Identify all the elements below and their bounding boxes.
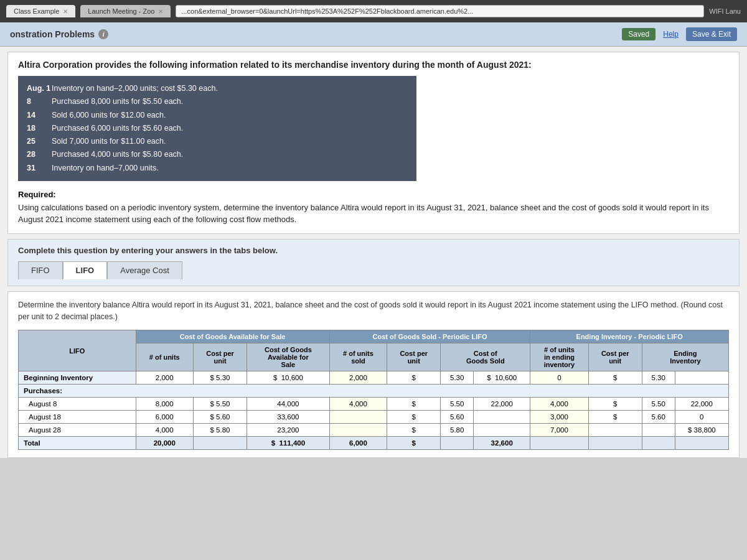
browser-tab-2[interactable]: Launch Meeting - Zoo ✕ (80, 5, 171, 17)
s3-dollar-aug28 (588, 424, 642, 437)
inv-date-5: 28 (27, 148, 52, 161)
browser-action-buttons: WIFI Lanu (709, 7, 741, 15)
s2-units-aug28[interactable] (329, 424, 387, 437)
s3-col-total: EndingInventory (642, 343, 728, 371)
row-label-total: Total (19, 437, 136, 450)
inv-date-3: 18 (27, 122, 52, 135)
table-row-beginning: Beginning Inventory 2,000 $ 5.30 $ 10,60… (19, 371, 729, 385)
s1-cost-total (193, 437, 247, 450)
inv-desc-4: Sold 7,000 units for $11.00 each. (52, 135, 408, 148)
url-bar[interactable]: ...con&external_browser=0&launchUrl=http… (176, 5, 704, 17)
table-row-aug8: August 8 8,000 $ 5.50 44,000 4,000 $ 5.5… (19, 398, 729, 411)
tabs-instruction: Complete this question by entering your … (18, 246, 729, 255)
s2-total-aug18 (474, 411, 530, 424)
inv-date-6: 31 (27, 162, 52, 175)
s3-units-beginning[interactable]: 0 (530, 371, 588, 385)
header-right: Saved Help Save & Exit (622, 27, 737, 41)
s2-dollar-beginning: $ (387, 371, 441, 385)
s1-cost-beginning: $ 5.30 (193, 371, 247, 385)
save-exit-button[interactable]: Save & Exit (686, 27, 737, 41)
s2-total-aug28 (474, 424, 530, 437)
purchases-label: Purchases: (19, 385, 729, 398)
s3-total-total (675, 437, 728, 450)
row-label-aug18: August 18 (19, 411, 136, 424)
s3-cost-aug18: 5.60 (642, 411, 675, 424)
section1-header: Cost of Goods Available for Sale (136, 330, 329, 343)
s3-units-aug28[interactable]: 7,000 (530, 424, 588, 437)
s3-col-cost: Cost perunit (588, 343, 642, 371)
required-text: Using calculations based on a periodic i… (18, 202, 729, 226)
s3-units-aug18[interactable]: 3,000 (530, 411, 588, 424)
s1-units-beginning: 2,000 (136, 371, 193, 385)
s1-total-aug8: 44,000 (247, 398, 330, 411)
lifo-col-header: LIFO (19, 330, 136, 371)
s2-units-aug18[interactable] (329, 411, 387, 424)
s1-total-beginning: $ 10,600 (247, 371, 330, 385)
inv-row-4: 25 Sold 7,000 units for $11.00 each. (27, 135, 408, 148)
s3-dollar-aug18: $ (588, 411, 642, 424)
s2-cost-beginning: 5.30 (441, 371, 474, 385)
lifo-table: LIFO Cost of Goods Available for Sale Co… (18, 330, 729, 450)
tab2-close[interactable]: ✕ (158, 8, 163, 15)
table-row-aug28: August 28 4,000 $ 5.80 23,200 $ 5.80 7,0… (19, 424, 729, 437)
help-link[interactable]: Help (663, 30, 679, 39)
inv-date-4: 25 (27, 135, 52, 148)
s1-total-aug18: 33,600 (247, 411, 330, 424)
inventory-table: Aug. 1 Inventory on hand–2,000 units; co… (18, 76, 416, 181)
s3-units-total (530, 437, 588, 450)
s3-total-aug18: 0 (675, 411, 728, 424)
s2-dollar-total: $ (387, 437, 441, 450)
tab-average-cost[interactable]: Average Cost (107, 261, 182, 279)
page-header-left: onstration Problems i (10, 29, 108, 39)
s1-units-aug28: 4,000 (136, 424, 193, 437)
s3-cost-total (642, 437, 675, 450)
s1-dollar-total: $ (271, 439, 275, 447)
lifo-description: Determine the inventory balance Altira w… (18, 299, 729, 323)
tabs-section: Complete this question by entering your … (7, 239, 740, 286)
tab1-close[interactable]: ✕ (63, 8, 68, 15)
s1-cost-aug28: $ 5.80 (193, 424, 247, 437)
row-label-aug8: August 8 (19, 398, 136, 411)
s3-total-beginning (675, 371, 728, 385)
browser-tab-1[interactable]: Class Example ✕ (6, 5, 75, 17)
s1-col-total: Cost of GoodsAvailable forSale (247, 343, 330, 371)
company-intro: Altira Corporation provides the followin… (18, 60, 729, 70)
s2-cost-total (441, 437, 474, 450)
s1-col-cost: Cost perunit (193, 343, 247, 371)
data-table-container: LIFO Cost of Goods Available for Sale Co… (18, 330, 729, 450)
s3-col-units: # of unitsin endinginventory (530, 343, 588, 371)
page-header: onstration Problems i Saved Help Save & … (0, 22, 747, 47)
s3-cost-aug8: 5.50 (642, 398, 675, 411)
s3-dollar-total (588, 437, 642, 450)
s2-units-beginning[interactable]: 2,000 (329, 371, 387, 385)
problem-area: Altira Corporation provides the followin… (7, 52, 740, 234)
inv-desc-0: Inventory on hand–2,000 units; cost $5.3… (52, 82, 408, 95)
s3-units-aug8[interactable]: 4,000 (530, 398, 588, 411)
table-row-aug18: August 18 6,000 $ 5.60 33,600 $ 5.60 3,0… (19, 411, 729, 424)
s2-dollar-aug18: $ (387, 411, 441, 424)
required-title: Required: (18, 190, 729, 199)
inv-row-5: 28 Purchased 4,000 units for $5.80 each. (27, 148, 408, 161)
lifo-content: Determine the inventory balance Altira w… (7, 291, 740, 459)
inv-desc-3: Purchased 6,000 units for $5.60 each. (52, 122, 408, 135)
s2-units-aug8[interactable]: 4,000 (329, 398, 387, 411)
s2-cost-aug28: 5.80 (441, 424, 474, 437)
tab1-label: Class Example (14, 7, 59, 15)
inv-desc-2: Sold 6,000 units for $12.00 each. (52, 109, 408, 122)
s2-units-total: 6,000 (329, 437, 387, 450)
inv-desc-1: Purchased 8,000 units for $5.50 each. (52, 95, 408, 108)
info-icon[interactable]: i (98, 29, 108, 39)
tab-lifo[interactable]: LIFO (63, 261, 108, 279)
row-label-beginning: Beginning Inventory (19, 371, 136, 385)
table-row-purchases-label: Purchases: (19, 385, 729, 398)
inv-row-6: 31 Inventory on hand–7,000 units. (27, 162, 408, 175)
inv-row-1: 8 Purchased 8,000 units for $5.50 each. (27, 95, 408, 108)
inv-row-0: Aug. 1 Inventory on hand–2,000 units; co… (27, 82, 408, 95)
s3-dollar-aug8: $ (588, 398, 642, 411)
tab-fifo[interactable]: FIFO (18, 261, 63, 279)
s1-cost-aug18: $ 5.60 (193, 411, 247, 424)
s2-total-total: 32,600 (474, 437, 530, 450)
s3-total-aug8: 22,000 (675, 398, 728, 411)
s1-col-units: # of units (136, 343, 193, 371)
s3-cost-aug28 (642, 424, 675, 437)
